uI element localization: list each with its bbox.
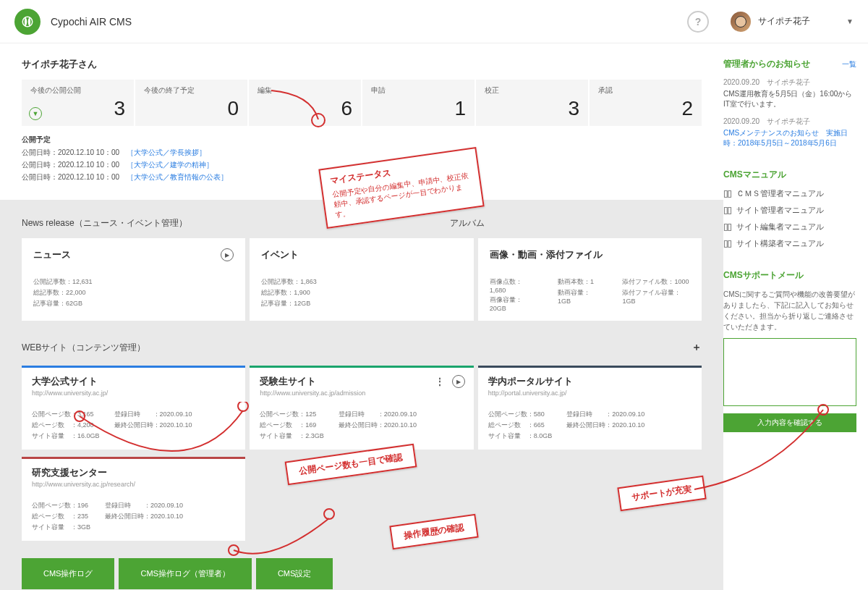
play-icon[interactable]: ▶ — [452, 375, 465, 388]
support-submit-button[interactable]: 入力内容を確認する — [723, 413, 856, 432]
event-card[interactable]: イベント 公開記事数：1,863総記事数：1,900記事容量：12GB — [250, 238, 473, 321]
manual-link[interactable]: サイト構築者マニュアル — [723, 238, 856, 249]
help-icon[interactable]: ? — [687, 11, 709, 33]
status-cell-approve[interactable]: 承認2 — [590, 80, 702, 126]
settings-button[interactable]: CMS設定 — [256, 558, 333, 589]
manual-link[interactable]: サイト編集者マニュアル — [723, 222, 856, 232]
book-icon — [723, 223, 732, 232]
album-card[interactable]: 画像・動画・添付ファイル 画像点数：1,680画像容量：20GB 動画本数：1動… — [478, 238, 702, 321]
play-icon[interactable]: ▶ — [221, 248, 234, 261]
app-title: Cypochi AIR CMS — [51, 16, 132, 28]
greeting: サイポチ花子さん — [22, 58, 702, 71]
status-cell-end[interactable]: 今後の終了予定0 — [135, 80, 247, 126]
notices-all-link[interactable]: 一覧 — [842, 59, 856, 69]
logo-icon — [14, 9, 41, 35]
publish-link[interactable]: ［大学公式／建学の精神］ — [127, 161, 213, 169]
manual-block: CMSマニュアル ＣＭＳ管理者マニュアル サイト管理者マニュアル サイト編集者マ… — [723, 169, 856, 249]
user-menu[interactable]: サイポチ花子 ▼ — [731, 12, 854, 32]
log-admin-button[interactable]: CMS操作ログ（管理者） — [119, 558, 251, 589]
status-cell-edit[interactable]: 編集6 — [249, 80, 361, 126]
site-card-portal[interactable]: 学内ポータルサイト http://portal.university.ac.jp… — [478, 366, 702, 450]
news-card[interactable]: ニュース▶ 公開記事数：12,631総記事数：22,000記事容量：62GB — [22, 238, 245, 321]
support-textarea[interactable] — [723, 338, 856, 406]
site-card-research[interactable]: 研究支援センター http://www.university.ac.jp/res… — [22, 457, 245, 541]
support-block: CMSサポートメール CMSに関するご質問や機能の改善要望がありましたら、下記に… — [723, 269, 856, 432]
publish-link[interactable]: ［大学公式／教育情報の公表］ — [127, 173, 228, 181]
avatar — [731, 12, 751, 32]
book-icon — [723, 206, 732, 215]
log-button[interactable]: CMS操作ログ — [22, 558, 114, 589]
notices-block: 管理者からのお知らせ一覧 2020.09.20 サイポチ花子CMS運用教育を5月… — [723, 58, 856, 148]
status-cell-apply[interactable]: 申請1 — [362, 80, 475, 126]
manual-link[interactable]: ＣＭＳ管理者マニュアル — [723, 188, 856, 199]
site-card-official[interactable]: 大学公式サイト http://www.university.ac.jp/ 公開ペ… — [22, 366, 245, 450]
web-section-head: WEBサイト（コンテンツ管理）＋ — [22, 341, 702, 354]
book-icon — [723, 190, 732, 198]
kebab-icon[interactable]: ⋮ — [435, 376, 445, 387]
status-row: 今後の公開公開 3 ▼ 今後の終了予定0 編集6 申請1 校正3 承認2 — [22, 80, 702, 126]
publish-link[interactable]: ［大学公式／学長挨拶］ — [127, 148, 206, 156]
notice-link[interactable]: CMSメンテナンスのお知らせ 実施日時：2018年5月5日～2018年5月6日 — [723, 129, 848, 147]
plus-icon[interactable]: ＋ — [692, 341, 702, 354]
book-icon — [723, 240, 732, 248]
site-card-admission[interactable]: ⋮▶ 受験生サイト http://www.university.ac.jp/ad… — [250, 366, 473, 450]
manual-link[interactable]: サイト管理者マニュアル — [723, 205, 856, 216]
status-cell-proof[interactable]: 校正3 — [476, 80, 588, 126]
chevron-down-icon[interactable]: ▼ — [29, 107, 42, 120]
header-bar: Cypochi AIR CMS ? サイポチ花子 ▼ — [0, 0, 868, 43]
user-name: サイポチ花子 — [758, 15, 810, 28]
status-cell-publish[interactable]: 今後の公開公開 3 ▼ — [22, 80, 134, 126]
chevron-down-icon: ▼ — [846, 17, 854, 25]
